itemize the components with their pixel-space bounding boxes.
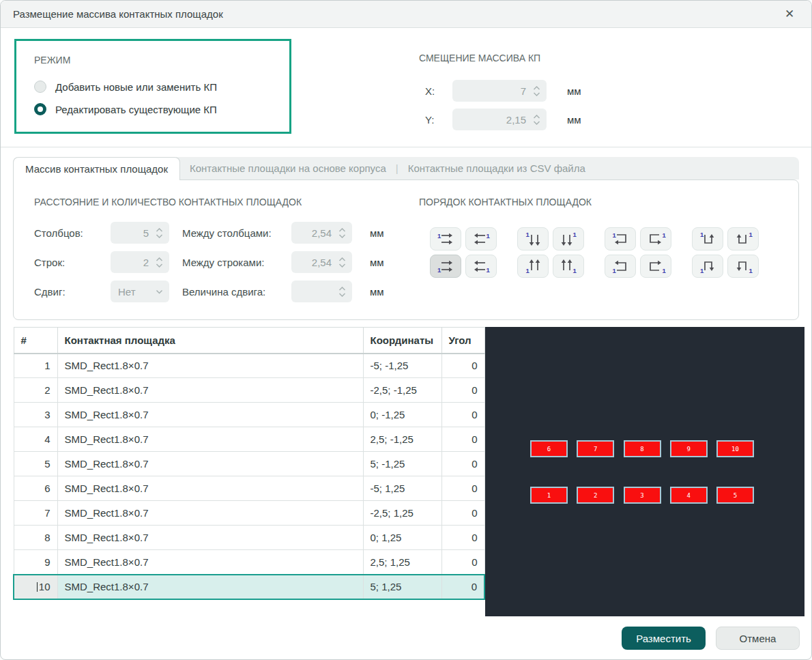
coords-cell[interactable]: 5; -1,25 <box>363 452 441 476</box>
tab-pads-from-package[interactable]: Контактные площадки на основе корпуса <box>180 157 396 180</box>
pad-name-cell[interactable]: SMD_Rect1.8×0.7 <box>57 501 363 526</box>
pad-table-row[interactable]: 10SMD_Rect1.8×0.75; 1,250 <box>14 575 484 599</box>
angle-cell[interactable]: 0 <box>441 354 484 378</box>
pad-table-row[interactable]: 8SMD_Rect1.8×0.70; 1,250 <box>14 526 484 550</box>
pad-name-cell[interactable]: SMD_Rect1.8×0.7 <box>57 575 363 599</box>
preview-pad-7[interactable]: 7 <box>577 440 614 457</box>
spinner-up-down-icon[interactable] <box>156 228 163 238</box>
pad-name-cell[interactable]: SMD_Rect1.8×0.7 <box>57 550 363 575</box>
mode-option-add-or-replace[interactable]: Добавить новые или заменить КП <box>34 81 217 93</box>
coords-cell[interactable]: -2,5; 1,25 <box>363 501 441 526</box>
preview-pad-3[interactable]: 3 <box>624 487 661 504</box>
shift-dropdown[interactable]: Нет <box>111 281 169 302</box>
angle-cell[interactable]: 0 <box>441 526 484 550</box>
spinner-up-down-icon[interactable] <box>533 115 540 125</box>
order-cols-down-start-left-button[interactable]: 1 <box>517 227 549 250</box>
pad-name-cell[interactable]: SMD_Rect1.8×0.7 <box>57 452 363 476</box>
angle-cell[interactable]: 0 <box>441 476 484 501</box>
radio-unselected-icon[interactable] <box>34 81 46 93</box>
order-snake-rows-start-top-right-button[interactable]: 1 <box>640 227 671 250</box>
preview-pad-1[interactable]: 1 <box>530 487 568 504</box>
order-snake-cols-start-bottom-right-button[interactable]: 1 <box>727 255 759 278</box>
chevron-down-icon[interactable] <box>156 289 163 294</box>
row-spacing-spinner[interactable]: 2,54 <box>291 251 352 273</box>
pad-table-row[interactable]: 5SMD_Rect1.8×0.75; -1,250 <box>14 452 484 476</box>
order-rows-left-start-bottom-button[interactable]: 1 <box>465 255 497 278</box>
pad-table-row[interactable]: 9SMD_Rect1.8×0.72,5; 1,250 <box>14 550 484 575</box>
pad-table-row[interactable]: 3SMD_Rect1.8×0.70; -1,250 <box>14 403 484 427</box>
angle-cell[interactable]: 0 <box>441 403 484 427</box>
pad-name-cell[interactable]: SMD_Rect1.8×0.7 <box>57 476 363 501</box>
order-snake-cols-start-top-left-button[interactable]: 1 <box>692 227 723 250</box>
order-snake-cols-start-top-right-button[interactable]: 1 <box>727 227 759 250</box>
place-button[interactable]: Разместить <box>622 627 706 650</box>
pad-name-cell[interactable]: SMD_Rect1.8×0.7 <box>57 378 363 403</box>
coords-cell[interactable]: 0; 1,25 <box>363 526 441 550</box>
radio-selected-icon[interactable] <box>34 103 46 115</box>
columns-count-spinner[interactable]: 5 <box>111 222 169 244</box>
preview-pad-4[interactable]: 4 <box>670 487 708 504</box>
column-spacing-spinner[interactable]: 2,54 <box>291 222 352 244</box>
coords-cell[interactable]: -5; -1,25 <box>363 354 441 378</box>
preview-pad-8[interactable]: 8 <box>624 440 661 457</box>
order-snake-rows-start-bottom-right-button[interactable]: 1 <box>640 255 671 278</box>
preview-pad-9[interactable]: 9 <box>670 440 708 457</box>
row-number-cell[interactable]: 6 <box>14 476 57 501</box>
order-snake-cols-start-bottom-left-button[interactable]: 1 <box>692 255 723 278</box>
order-cols-up-start-left-button[interactable]: 1 <box>517 255 549 278</box>
pad-table-row[interactable]: 2SMD_Rect1.8×0.7-2,5; -1,250 <box>14 378 484 403</box>
angle-cell[interactable]: 0 <box>441 378 484 403</box>
order-cols-up-start-right-button[interactable]: 1 <box>553 255 584 278</box>
tab-pad-array[interactable]: Массив контактных площадок <box>13 157 180 180</box>
preview-pad-6[interactable]: 6 <box>530 440 568 457</box>
order-cols-down-start-right-button[interactable]: 1 <box>553 227 584 250</box>
angle-cell[interactable]: 0 <box>441 452 484 476</box>
spinner-up-down-icon[interactable] <box>533 86 540 96</box>
order-snake-rows-start-top-left-button[interactable]: 1 <box>605 227 636 250</box>
offset-x-spinner[interactable]: 7 <box>452 80 547 102</box>
spinner-up-down-icon[interactable] <box>338 228 346 238</box>
spinner-up-down-icon[interactable] <box>156 257 163 268</box>
coords-cell[interactable]: 5; 1,25 <box>363 575 441 599</box>
row-number-cell[interactable]: 8 <box>14 526 57 550</box>
spinner-up-down-icon[interactable] <box>338 257 346 268</box>
row-number-cell[interactable]: 5 <box>14 452 57 476</box>
pad-name-cell[interactable]: SMD_Rect1.8×0.7 <box>57 427 363 452</box>
row-number-cell[interactable]: 2 <box>14 378 57 403</box>
angle-cell[interactable]: 0 <box>441 575 484 599</box>
coords-cell[interactable]: 0; -1,25 <box>363 403 441 427</box>
angle-cell[interactable]: 0 <box>441 501 484 526</box>
preview-pad-5[interactable]: 5 <box>716 487 754 504</box>
pad-name-cell[interactable]: SMD_Rect1.8×0.7 <box>57 354 363 378</box>
row-number-cell[interactable]: 10 <box>14 575 57 599</box>
tab-pads-from-csv[interactable]: Контактные площадки из CSV файла <box>398 157 595 180</box>
mode-option-edit-existing[interactable]: Редактировать существующие КП <box>34 103 217 115</box>
shift-amount-spinner[interactable] <box>291 281 352 302</box>
angle-cell[interactable]: 0 <box>441 550 484 575</box>
row-number-cell[interactable]: 4 <box>14 427 57 452</box>
coords-cell[interactable]: 2,5; -1,25 <box>363 427 441 452</box>
coords-cell[interactable]: -5; 1,25 <box>363 476 441 501</box>
pad-table-row[interactable]: 6SMD_Rect1.8×0.7-5; 1,250 <box>14 476 484 501</box>
pad-name-cell[interactable]: SMD_Rect1.8×0.7 <box>57 526 363 550</box>
coords-cell[interactable]: 2,5; 1,25 <box>363 550 441 575</box>
close-icon[interactable]: ✕ <box>781 6 798 23</box>
preview-canvas[interactable]: 67891012345 <box>485 327 804 616</box>
pad-name-cell[interactable]: SMD_Rect1.8×0.7 <box>57 403 363 427</box>
order-snake-rows-start-bottom-left-button[interactable]: 1 <box>605 255 636 278</box>
order-rows-right-start-bottom-button[interactable]: 1 <box>430 255 461 278</box>
angle-cell[interactable]: 0 <box>441 427 484 452</box>
spinner-up-down-icon[interactable] <box>338 287 346 297</box>
row-number-cell[interactable]: 3 <box>14 403 57 427</box>
row-number-cell[interactable]: 9 <box>14 550 57 575</box>
offset-y-spinner[interactable]: 2,15 <box>452 109 547 130</box>
pad-table-row[interactable]: 7SMD_Rect1.8×0.7-2,5; 1,250 <box>14 501 484 526</box>
rows-count-spinner[interactable]: 2 <box>111 251 169 273</box>
row-number-cell[interactable]: 7 <box>14 501 57 526</box>
row-number-cell[interactable]: 1 <box>14 354 57 378</box>
order-rows-left-start-top-button[interactable]: 1 <box>465 227 497 250</box>
preview-pad-10[interactable]: 10 <box>716 440 754 457</box>
pad-table-row[interactable]: 4SMD_Rect1.8×0.72,5; -1,250 <box>14 427 484 452</box>
preview-pad-2[interactable]: 2 <box>577 487 614 504</box>
cancel-button[interactable]: Отмена <box>716 627 800 650</box>
